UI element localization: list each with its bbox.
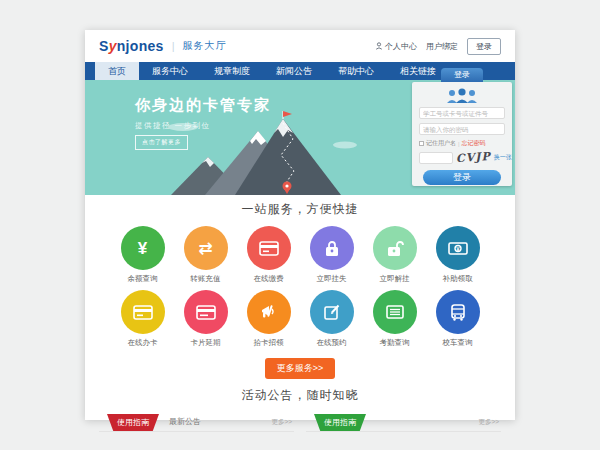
remember-divider: | — [458, 141, 460, 147]
service-label: 在线预约 — [310, 338, 354, 348]
header-divider: | — [172, 40, 175, 52]
banknote-icon: ¥ — [436, 226, 480, 270]
service-label: 转账充值 — [184, 274, 228, 284]
transfer-glyph: ⇄ — [198, 240, 212, 257]
services-row-1: ¥ 余额查询 ⇄ 转账充值 在线缴费 立即挂失 — [85, 226, 515, 284]
service-label: 补助领取 — [436, 274, 480, 284]
announcements-title: 活动公告，随时知晓 — [85, 387, 515, 404]
tab-latest-news[interactable]: 最新公告 — [169, 416, 201, 427]
megaphone-icon — [247, 290, 291, 334]
bank-card-icon — [247, 226, 291, 270]
personal-center-link[interactable]: 个人中心 — [375, 41, 417, 52]
account-input[interactable] — [419, 107, 505, 119]
announcements-section: 活动公告，随时知晓 使用指南 最新公告 更多>> 使用指南 更多>> — [85, 387, 515, 432]
service-item-report-loss[interactable]: 立即挂失 — [310, 226, 354, 284]
service-item-online-booking[interactable]: 在线预约 — [310, 290, 354, 348]
guide-panel-2: 使用指南 更多>> — [306, 412, 501, 432]
service-item-unlock[interactable]: 立即解挂 — [373, 226, 417, 284]
page-container: Synjones | 服务大厅 个人中心 用户绑定 登录 首页 服务中心 规章制… — [85, 30, 515, 420]
guide-panel: 使用指南 最新公告 更多>> — [99, 412, 294, 432]
remember-label: 记住用户名 — [426, 139, 456, 148]
bank-card-icon — [184, 290, 228, 334]
service-item-lost-found[interactable]: 拾卡招领 — [247, 290, 291, 348]
logo-text-post: njones — [117, 38, 164, 54]
attendance-list-icon — [373, 290, 417, 334]
captcha-image: CVJP — [456, 150, 492, 165]
remember-checkbox[interactable] — [419, 141, 424, 146]
nav-item-help-center[interactable]: 帮助中心 — [325, 62, 387, 80]
transfer-arrows-icon: ⇄ — [184, 226, 228, 270]
service-label: 在线缴费 — [247, 274, 291, 284]
password-input[interactable] — [419, 123, 505, 135]
header: Synjones | 服务大厅 个人中心 用户绑定 登录 — [85, 30, 515, 62]
login-submit-button[interactable]: 登录 — [423, 170, 501, 185]
service-item-attendance[interactable]: 考勤查询 — [373, 290, 417, 348]
service-label: 立即解挂 — [373, 274, 417, 284]
login-tab[interactable]: 登录 — [441, 68, 483, 82]
service-item-transfer[interactable]: ⇄ 转账充值 — [184, 226, 228, 284]
personal-center-label: 个人中心 — [385, 41, 417, 52]
service-item-balance[interactable]: ¥ 余额查询 — [121, 226, 165, 284]
unlock-icon — [373, 226, 417, 270]
user-binding-label: 用户绑定 — [426, 41, 458, 52]
service-item-card-renewal[interactable]: 卡片延期 — [184, 290, 228, 348]
person-icon — [375, 42, 383, 50]
services-row-2: 在线办卡 卡片延期 拾卡招领 在线预约 — [85, 290, 515, 348]
tab-usage-guide[interactable]: 使用指南 — [107, 414, 159, 431]
remember-row: 记住用户名 | 忘记密码 — [419, 139, 512, 148]
service-item-subsidy[interactable]: ¥ 补助领取 — [436, 226, 480, 284]
header-login-button[interactable]: 登录 — [467, 38, 501, 55]
site-name: 服务大厅 — [183, 39, 227, 53]
service-label: 拾卡招领 — [247, 338, 291, 348]
nav-item-home[interactable]: 首页 — [95, 62, 139, 80]
yen-icon: ¥ — [121, 226, 165, 270]
bus-icon — [436, 290, 480, 334]
captcha-input[interactable] — [419, 152, 453, 164]
edit-icon — [310, 290, 354, 334]
service-label: 余额查询 — [121, 274, 165, 284]
logo-text-pre: S — [99, 38, 109, 54]
nav-item-links[interactable]: 相关链接 — [387, 62, 449, 80]
nav-item-news[interactable]: 新闻公告 — [263, 62, 325, 80]
yen-glyph: ¥ — [138, 240, 147, 257]
service-item-school-bus[interactable]: 校车查询 — [436, 290, 480, 348]
service-label: 立即挂失 — [310, 274, 354, 284]
mountain-illustration — [153, 111, 368, 195]
guide-more-link[interactable]: 更多>> — [271, 418, 292, 427]
nav-item-rules[interactable]: 规章制度 — [201, 62, 263, 80]
forgot-password-link[interactable]: 忘记密码 — [462, 139, 486, 148]
logo-accent: y — [109, 38, 117, 54]
header-right: 个人中心 用户绑定 登录 — [375, 38, 501, 55]
bank-card-icon — [121, 290, 165, 334]
guide-more-link-2[interactable]: 更多>> — [478, 418, 499, 427]
services-section: 一站服务，方便快捷 ¥ 余额查询 ⇄ 转账充值 在线缴费 立即挂失 — [85, 195, 515, 379]
login-panel: 登录 记住用户名 | 忘记密码 CVJP 换一张 登录 — [412, 82, 512, 186]
service-item-payment[interactable]: 在线缴费 — [247, 226, 291, 284]
service-label: 校车查询 — [436, 338, 480, 348]
logo[interactable]: Synjones — [99, 38, 164, 54]
nav-item-service-center[interactable]: 服务中心 — [139, 62, 201, 80]
service-item-apply-card[interactable]: 在线办卡 — [121, 290, 165, 348]
captcha-refresh-link[interactable]: 换一张 — [494, 153, 512, 162]
more-services-button[interactable]: 更多服务>> — [265, 358, 336, 379]
service-label: 卡片延期 — [184, 338, 228, 348]
user-binding-link[interactable]: 用户绑定 — [426, 41, 458, 52]
users-icon — [444, 88, 480, 103]
service-label: 在线办卡 — [121, 338, 165, 348]
announcement-panels: 使用指南 最新公告 更多>> 使用指南 更多>> — [85, 412, 515, 432]
tab-usage-guide-2[interactable]: 使用指南 — [314, 414, 366, 431]
service-label: 考勤查询 — [373, 338, 417, 348]
lock-icon — [310, 226, 354, 270]
services-title: 一站服务，方便快捷 — [85, 201, 515, 218]
captcha-row: CVJP 换一张 — [419, 151, 512, 164]
